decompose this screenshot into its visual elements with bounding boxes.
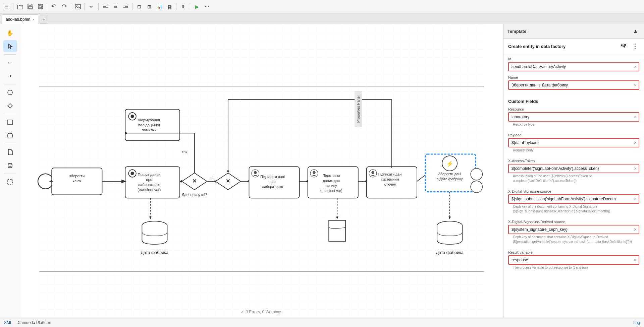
id-clear-button[interactable]: × [632,64,639,69]
x-digital-sig-derived-label: X-Digital-Signature-Derived source [508,220,639,224]
payload-input[interactable] [509,139,632,147]
log-label[interactable]: Log [633,320,640,325]
bpmn-diagram: зберегти ключ Формування валідаційної по… [20,24,503,318]
svg-rect-1 [29,4,31,6]
table-button[interactable]: ▦ [165,2,174,11]
svg-point-32 [131,115,134,118]
group-tool-button[interactable] [3,176,17,188]
svg-text:лабораторію: лабораторію [138,183,160,187]
properties-panel-tab[interactable]: Properties Panel [355,91,362,127]
diamond-tool-button[interactable] [3,100,17,112]
rect-tool-button[interactable] [3,116,17,128]
arrow-tool-button[interactable]: ↔ [3,57,17,69]
x-access-token-input[interactable] [509,165,632,173]
toolbar-sep-3 [71,3,71,10]
svg-point-75 [371,171,374,174]
name-field-container: Name × [503,74,644,92]
menu-button[interactable]: ☰ [2,2,11,11]
connect-tool-button[interactable] [3,70,17,82]
properties-panel: Template ▲ Create entity in data factory… [503,24,644,318]
align-left-button[interactable] [101,2,110,11]
db-tool-button[interactable] [3,159,17,172]
x-digital-sig-derived-field-container: X-Digital-Signature-Derived source × Cep… [503,218,644,249]
align-center-button[interactable] [111,2,120,11]
tab-add-lab[interactable]: add-lab.bpmn × [2,14,38,24]
redo-button[interactable] [60,2,68,11]
name-input-wrap: × [508,80,639,90]
upload-button[interactable]: ⬆ [179,2,187,11]
svg-text:так: так [182,150,187,154]
name-input[interactable] [509,81,632,89]
svg-text:запису: запису [326,184,337,188]
ellipse-tool-button[interactable] [3,86,17,99]
map-icon-button[interactable]: 🗺 [619,42,628,51]
grid-button[interactable]: ⊞ [145,2,154,11]
svg-point-99 [471,168,482,180]
edit-button[interactable]: ✏ [87,2,96,11]
tool-sep-2 [4,84,16,84]
properties-content[interactable]: Create entity in data factory 🗺 ⋮ Id × N… [503,39,644,318]
id-input[interactable] [509,63,632,71]
svg-text:Підписати дані: Підписати дані [260,175,285,179]
svg-rect-2 [29,7,32,9]
result-variable-clear-button[interactable]: × [632,257,639,263]
resource-clear-button[interactable]: × [632,114,639,120]
result-variable-label: Result variable [508,250,639,254]
x-digital-sig-source-field-container: X-Digital-Signature source × Ceph key of… [503,188,644,218]
chart-button[interactable]: 📊 [155,2,164,11]
tool-sep-5 [4,174,16,174]
select-tool-button[interactable] [3,40,17,52]
distribute-button[interactable]: ⊟ [135,2,144,11]
doc-tool-button[interactable] [3,146,17,158]
x-digital-sig-source-input[interactable] [509,195,632,203]
image-button[interactable] [73,2,82,11]
hand-tool-button[interactable]: ✋ [3,27,17,39]
result-variable-input[interactable] [509,256,632,264]
id-field-label: Id [508,57,639,61]
x-access-token-clear-button[interactable]: × [632,166,639,171]
resource-field-label: Resource [508,107,639,111]
svg-rect-3 [38,4,43,9]
open-folder-button[interactable] [16,2,24,11]
svg-point-58 [254,171,257,174]
svg-point-16 [8,90,12,95]
save-button[interactable] [26,2,35,11]
name-clear-button[interactable]: × [632,82,639,88]
xml-label[interactable]: XML [4,320,12,325]
svg-text:ні: ні [210,176,213,180]
payload-field-container: Payload × Request body [503,132,644,157]
tab-add-button[interactable]: + [40,15,48,24]
resource-input[interactable] [509,113,632,121]
properties-collapse-button[interactable]: ▲ [631,27,640,36]
payload-field-label: Payload [508,133,639,137]
x-digital-sig-source-clear-button[interactable]: × [632,196,639,202]
export-button[interactable] [36,2,45,11]
x-digital-sig-source-label: X-Digital-Signature source [508,189,639,193]
bottom-spacer [503,275,644,281]
rounded-rect-tool-button[interactable] [3,130,17,142]
svg-text:про: про [270,180,276,184]
more-toolbar-button[interactable]: ⋯ [203,2,211,11]
svg-text:⚡: ⚡ [446,160,453,168]
svg-text:валідаційної: валідаційної [138,123,160,127]
x-digital-sig-derived-clear-button[interactable]: × [632,227,639,232]
align-right-button[interactable] [121,2,130,11]
divider-1 [503,54,644,54]
x-digital-sig-source-input-wrap: × [508,194,639,204]
toolbar-sep-5 [98,3,99,10]
x-digital-sig-derived-input[interactable] [509,225,632,234]
status-text: 0 Errors, 0 Warnings [246,310,282,314]
resource-hint: Resource type [508,122,639,129]
svg-text:Пошук даних: Пошук даних [138,173,161,177]
payload-clear-button[interactable]: × [632,140,639,145]
x-digital-sig-source-hint: Ceph key of the document containing X-Di… [508,204,639,216]
toolbar-sep-2 [47,3,47,10]
run-button[interactable]: ▶ [193,2,201,11]
canvas[interactable]: зберегти ключ Формування валідаційної по… [20,24,503,318]
undo-button[interactable] [50,2,58,11]
more-options-button[interactable]: ⋮ [631,42,639,51]
tool-sep-4 [4,144,16,144]
divider-2 [503,94,644,94]
tab-close-button[interactable]: × [32,17,34,21]
main-area: ✋ ↔ [0,24,644,318]
